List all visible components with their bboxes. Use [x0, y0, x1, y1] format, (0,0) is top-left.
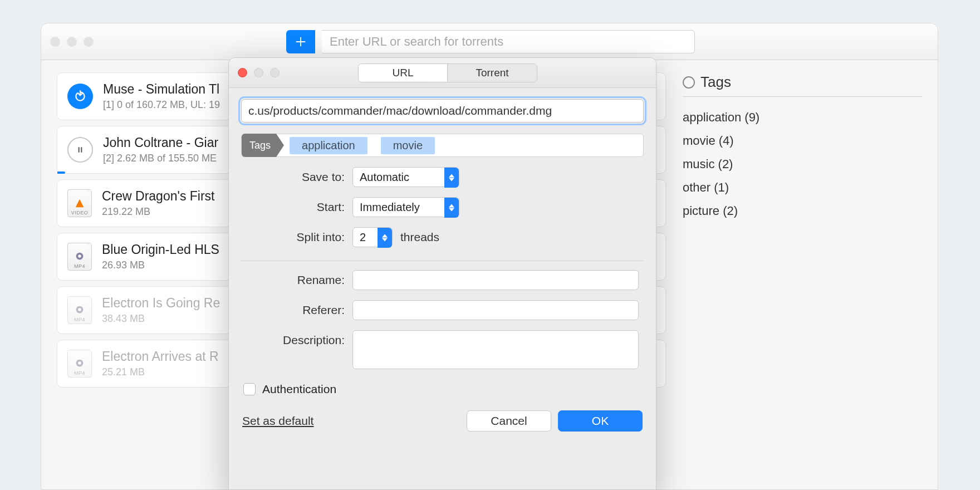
close-icon[interactable] [238, 68, 247, 77]
rename-label: Rename: [241, 273, 345, 287]
sheet-titlebar: URL Torrent [229, 58, 656, 88]
tags-header[interactable]: Tags [683, 74, 922, 97]
tab-segment: URL Torrent [358, 63, 537, 82]
sheet-body: Tags application movie Save to: Automati… [229, 88, 656, 438]
download-title: Electron Arrives at R [102, 349, 219, 364]
mp4-file-icon: MP4 [67, 243, 92, 271]
close-traffic-light[interactable] [50, 37, 60, 47]
chevrons-icon [444, 198, 459, 218]
download-title: Crew Dragon's First [102, 189, 215, 204]
seed-icon [67, 84, 93, 109]
minimize-icon [254, 68, 263, 77]
authentication-label: Authentication [262, 383, 336, 396]
mp4-file-icon: MP4 [67, 350, 92, 378]
referer-input[interactable] [352, 300, 639, 320]
download-subtitle: [1] 0 of 160.72 MB, UL: 19 [103, 99, 220, 111]
form-area-bottom: Rename: Referer: Description: [241, 270, 644, 369]
add-button[interactable] [286, 30, 315, 53]
mp4-file-icon: MP4 [67, 296, 92, 324]
url-input[interactable] [241, 99, 644, 122]
sheet-traffic-lights [238, 68, 280, 77]
download-subtitle: 25.21 MB [102, 366, 219, 378]
download-title: John Coltrane - Giar [103, 135, 218, 150]
split-into-stepper[interactable]: 2 [352, 227, 393, 247]
save-to-label: Save to: [241, 170, 345, 184]
plus-icon [295, 36, 307, 48]
svg-point-5 [78, 361, 81, 365]
sidebar-tag-item[interactable]: music (2) [683, 153, 922, 176]
referer-label: Referer: [241, 303, 345, 317]
save-to-select[interactable]: Automatic [352, 167, 459, 187]
search-input[interactable] [322, 30, 695, 53]
download-subtitle: 219.22 MB [102, 206, 215, 218]
sidebar-tag-item[interactable]: other (1) [683, 176, 922, 199]
tab-torrent[interactable]: Torrent [448, 64, 537, 82]
threads-suffix-label: threads [400, 231, 439, 244]
download-subtitle: [2] 2.62 MB of 155.50 ME [103, 153, 218, 164]
svg-point-3 [78, 308, 81, 311]
rename-input[interactable] [352, 270, 639, 290]
form-area-top: Save to: Automatic Start: Immediately [241, 167, 644, 261]
tags-header-label: Tags [700, 74, 731, 91]
radio-icon [683, 76, 695, 89]
chevrons-icon [444, 168, 459, 188]
tag-chip[interactable]: movie [381, 137, 435, 154]
tags-chip-label: Tags [242, 134, 276, 157]
zoom-icon [270, 68, 280, 77]
sheet-footer: Set as default Cancel OK [241, 410, 644, 432]
ok-button[interactable]: OK [558, 410, 643, 432]
add-download-sheet: URL Torrent Tags application movie Save … [228, 57, 656, 490]
svg-point-1 [78, 254, 81, 258]
minimize-traffic-light[interactable] [67, 37, 77, 47]
sidebar-tag-item[interactable]: picture (2) [683, 199, 922, 223]
sidebar-tag-item[interactable]: application (9) [683, 106, 922, 129]
download-title: Blue Origin-Led HLS [102, 242, 219, 257]
tags-field[interactable]: Tags application movie [241, 134, 644, 157]
tags-sidebar: Tags application (9) movie (4) music (2)… [683, 72, 922, 489]
download-subtitle: 38.43 MB [102, 313, 220, 325]
sidebar-tag-item[interactable]: movie (4) [683, 129, 922, 153]
main-titlebar [41, 23, 938, 60]
tag-chip[interactable]: application [290, 137, 367, 154]
pause-icon [67, 137, 93, 163]
authentication-row: Authentication [241, 383, 644, 396]
traffic-lights [50, 37, 94, 47]
tab-url[interactable]: URL [359, 64, 448, 82]
set-default-link[interactable]: Set as default [242, 414, 313, 428]
download-title: Muse - Simulation Tl [103, 82, 220, 97]
start-select[interactable]: Immediately [352, 197, 459, 217]
download-subtitle: 26.93 MB [102, 259, 219, 271]
zoom-traffic-light[interactable] [84, 37, 94, 47]
authentication-checkbox[interactable] [243, 383, 256, 395]
download-title: Electron Is Going Re [102, 296, 220, 311]
chevrons-icon [378, 228, 392, 248]
video-file-icon: VIDEO [67, 189, 92, 217]
cancel-button[interactable]: Cancel [467, 410, 551, 432]
description-label: Description: [241, 330, 345, 347]
split-into-label: Split into: [241, 231, 345, 244]
start-label: Start: [241, 200, 345, 214]
description-input[interactable] [352, 330, 639, 369]
